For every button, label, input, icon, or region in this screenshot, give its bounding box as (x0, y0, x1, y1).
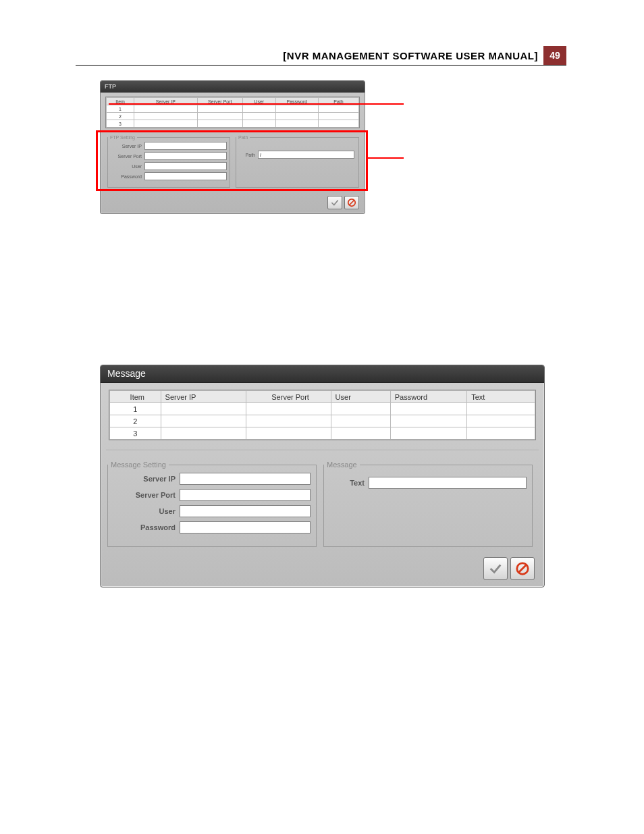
cell (467, 415, 535, 427)
cell-item: 2 (110, 415, 161, 427)
ok-button[interactable] (483, 557, 508, 580)
cell (197, 105, 242, 113)
ok-button[interactable] (327, 196, 342, 209)
cell (161, 415, 246, 427)
cell (390, 403, 466, 415)
check-icon (330, 198, 340, 207)
cell-item: 1 (107, 105, 134, 113)
table-row[interactable]: 2 (107, 113, 359, 120)
page-number: 49 (543, 46, 566, 65)
cell (242, 105, 275, 113)
cell (275, 120, 319, 128)
cell (242, 120, 275, 128)
cell (242, 113, 275, 120)
cell (331, 427, 390, 440)
cell (319, 113, 359, 120)
cell (331, 403, 390, 415)
annotation-box (96, 130, 368, 191)
cell (134, 105, 198, 113)
serverip-input[interactable] (180, 473, 311, 485)
cell (467, 403, 535, 415)
annotation-line (109, 103, 404, 105)
cell (161, 403, 246, 415)
ftp-titlebar: FTP (101, 81, 365, 93)
message-titlebar: Message (101, 365, 544, 383)
prohibit-icon (515, 561, 530, 576)
cell-item: 3 (110, 427, 161, 440)
cell (246, 427, 331, 440)
header-divider (76, 65, 566, 66)
table-row[interactable]: 2 (110, 415, 535, 427)
col-user: User (331, 391, 390, 403)
label-password: Password (113, 523, 176, 531)
check-icon (488, 561, 503, 576)
table-row[interactable]: 3 (107, 120, 359, 128)
page-title: [NVR MANAGEMENT SOFTWARE USER MANUAL] (283, 50, 538, 61)
divider (106, 450, 539, 451)
message-setting-fieldset: Message Setting Server IP Server Port Us… (107, 461, 317, 547)
cell-item: 2 (107, 113, 134, 120)
text-input[interactable] (369, 477, 527, 489)
label-text: Text (329, 479, 365, 487)
cell (275, 105, 319, 113)
col-serverip: Server IP (161, 391, 246, 403)
cell (331, 415, 390, 427)
cell (134, 120, 198, 128)
table-row[interactable]: 1 (107, 105, 359, 113)
cell (197, 120, 242, 128)
col-item: Item (110, 391, 161, 403)
label-user: User (113, 507, 176, 515)
cell-item: 3 (107, 120, 134, 128)
ftp-table: Item Server IP Server Port User Password… (105, 97, 360, 128)
cell (161, 427, 246, 440)
cell (467, 427, 535, 440)
svg-line-3 (519, 565, 527, 573)
table-row[interactable]: 3 (110, 427, 535, 440)
cell (197, 113, 242, 120)
annotation-line (367, 157, 404, 159)
cell (390, 427, 466, 440)
cancel-button[interactable] (344, 196, 359, 209)
prohibit-icon (347, 198, 356, 207)
message-dialog: Message Item Server IP Server Port User … (100, 365, 545, 588)
message-setting-legend: Message Setting (108, 461, 169, 469)
password-input[interactable] (180, 521, 311, 533)
cell-item: 1 (110, 403, 161, 415)
cell (134, 113, 198, 120)
col-serverport: Server Port (246, 391, 331, 403)
cell (275, 113, 319, 120)
user-input[interactable] (180, 505, 311, 517)
cell (246, 403, 331, 415)
serverport-input[interactable] (180, 489, 311, 501)
message-text-fieldset: Message Text (323, 461, 533, 547)
cell (319, 105, 359, 113)
cell (246, 415, 331, 427)
cancel-button[interactable] (510, 557, 535, 580)
cell (390, 415, 466, 427)
col-text: Text (467, 391, 535, 403)
label-serverport: Server Port (113, 491, 176, 499)
message-text-legend: Message (324, 461, 360, 469)
message-table: Item Server IP Server Port User Password… (109, 390, 536, 440)
svg-line-1 (350, 201, 354, 205)
cell (319, 120, 359, 128)
label-serverip: Server IP (113, 475, 176, 483)
col-password: Password (390, 391, 466, 403)
table-row[interactable]: 1 (110, 403, 535, 415)
